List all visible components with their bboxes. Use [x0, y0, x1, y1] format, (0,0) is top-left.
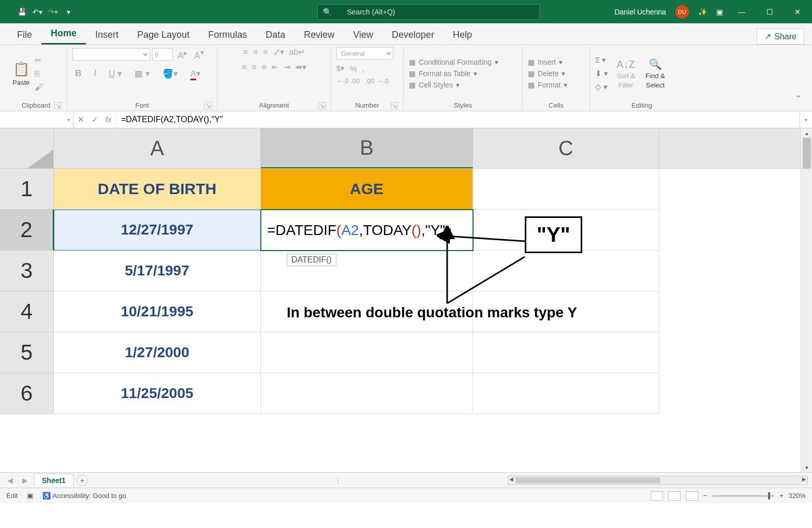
accept-formula-icon[interactable]: ✓	[92, 115, 98, 124]
tab-view[interactable]: View	[344, 25, 382, 45]
tab-formulas[interactable]: Formulas	[199, 25, 256, 45]
increase-font-icon[interactable]: A▴	[175, 47, 189, 62]
minimize-button[interactable]: —	[732, 4, 751, 20]
format-painter-icon[interactable]: 🖌	[35, 83, 43, 92]
orientation-icon[interactable]: ⤢▾	[273, 47, 284, 57]
font-launcher[interactable]: ↘	[204, 102, 212, 109]
tab-home[interactable]: Home	[41, 24, 86, 45]
horizontal-scrollbar[interactable]: ◀ ▶	[508, 476, 808, 485]
tab-split-icon[interactable]: ⋮	[334, 476, 342, 485]
font-family-select[interactable]	[72, 48, 150, 61]
cell-c5[interactable]	[473, 332, 659, 373]
search-box[interactable]: 🔍 Search (Alt+Q)	[317, 4, 540, 20]
cell-a5[interactable]: 1/27/2000	[54, 332, 261, 373]
paste-button[interactable]: 📋 Paste	[10, 59, 32, 89]
bold-button[interactable]: B	[72, 67, 84, 80]
cell-b2[interactable]: =DATEDIF(A2,TODAY(),"Y"	[261, 210, 473, 251]
zoom-out-icon[interactable]: −	[703, 492, 707, 500]
cell-c3[interactable]	[473, 251, 659, 291]
view-normal-icon[interactable]	[651, 491, 663, 501]
row-header-5[interactable]: 5	[0, 332, 54, 373]
zoom-level[interactable]: 320%	[789, 492, 806, 500]
share-button[interactable]: ↗Share	[757, 28, 804, 45]
cell-b6[interactable]	[261, 373, 473, 414]
indent-decrease-icon[interactable]: ⇤	[272, 62, 278, 72]
sort-filter-button[interactable]: A↓Z Sort &Filter	[614, 56, 637, 91]
fx-icon[interactable]: fx	[106, 115, 111, 124]
zoom-in-icon[interactable]: +	[779, 492, 784, 500]
cell-a6[interactable]: 11/25/2005	[54, 373, 261, 414]
tab-help[interactable]: Help	[444, 25, 481, 45]
cell-c1[interactable]	[473, 169, 659, 210]
cell-c6[interactable]	[473, 373, 659, 414]
decrease-decimal-icon[interactable]: .00 →.0	[365, 77, 389, 85]
save-icon[interactable]: 💾	[16, 6, 28, 18]
view-page-break-icon[interactable]	[686, 491, 698, 501]
coming-soon-icon[interactable]: ✨	[698, 8, 707, 16]
cut-icon[interactable]: ✂	[35, 55, 43, 65]
copy-icon[interactable]: ⎘	[35, 69, 43, 79]
font-color-button[interactable]: A▾	[188, 67, 203, 80]
row-header-1[interactable]: 1	[0, 169, 54, 210]
tab-page-layout[interactable]: Page Layout	[128, 25, 199, 45]
clipboard-launcher[interactable]: ↘	[54, 102, 62, 109]
row-header-6[interactable]: 6	[0, 373, 54, 414]
number-format-select[interactable]: General	[336, 47, 393, 60]
user-name[interactable]: Daniel Uchenna	[614, 8, 666, 16]
collapse-ribbon-icon[interactable]: ⌃	[795, 47, 807, 111]
clear-icon[interactable]: ◇ ▾	[595, 82, 608, 92]
percent-icon[interactable]: %	[350, 64, 357, 73]
col-header-a[interactable]: A	[54, 128, 261, 168]
expand-formula-bar-icon[interactable]: ▾	[800, 111, 812, 128]
col-header-b[interactable]: B	[261, 128, 473, 168]
macro-record-icon[interactable]: ▣	[27, 492, 33, 500]
row-header-3[interactable]: 3	[0, 251, 54, 291]
col-header-c[interactable]: C	[473, 128, 659, 168]
underline-button[interactable]: U ▾	[106, 67, 125, 80]
tab-developer[interactable]: Developer	[382, 25, 444, 45]
increase-decimal-icon[interactable]: ←.0 .00	[336, 77, 360, 85]
fill-icon[interactable]: ⬇ ▾	[595, 69, 608, 78]
scroll-thumb[interactable]	[803, 138, 811, 169]
hscroll-thumb[interactable]	[515, 477, 660, 483]
comma-icon[interactable]: ,	[362, 64, 364, 73]
cell-b5[interactable]	[261, 332, 473, 373]
formula-input[interactable]: =DATEDIF(A2,TODAY(),"Y"	[116, 111, 800, 128]
cell-a3[interactable]: 5/17/1997	[54, 251, 261, 291]
select-all-corner[interactable]	[0, 128, 54, 168]
cell-a1[interactable]: DATE OF BIRTH	[54, 169, 261, 210]
add-sheet-button[interactable]: +	[77, 475, 88, 486]
font-size-input[interactable]	[152, 48, 173, 61]
format-as-table-button[interactable]: ▦Format as Table ▾	[409, 69, 498, 78]
redo-icon[interactable]: ↷▾	[47, 6, 59, 18]
number-launcher[interactable]: ↘	[391, 102, 398, 109]
find-select-button[interactable]: 🔍 Find &Select	[643, 56, 667, 91]
currency-icon[interactable]: $▾	[336, 64, 345, 73]
merge-center-icon[interactable]: ⬌▾	[296, 62, 306, 72]
scroll-down-icon[interactable]: ▼	[801, 463, 812, 472]
user-avatar[interactable]: DU	[675, 5, 689, 19]
align-left-icon[interactable]: ≡	[242, 63, 246, 72]
tab-file[interactable]: File	[8, 25, 41, 45]
zoom-slider[interactable]	[712, 495, 774, 497]
delete-cells-button[interactable]: ▦Delete ▾	[528, 69, 567, 78]
tab-data[interactable]: Data	[256, 25, 294, 45]
sheet-nav-prev-icon[interactable]: ◀	[4, 476, 16, 485]
tab-review[interactable]: Review	[294, 25, 344, 45]
close-button[interactable]: ✕	[788, 4, 807, 20]
indent-increase-icon[interactable]: ⇥	[284, 62, 290, 72]
cell-b1[interactable]: AGE	[261, 169, 473, 210]
border-button[interactable]: ▦ ▾	[132, 67, 153, 80]
cancel-formula-icon[interactable]: ✕	[78, 115, 84, 124]
align-bottom-icon[interactable]: ≡	[263, 48, 268, 57]
alignment-launcher[interactable]: ↘	[318, 102, 326, 109]
name-box[interactable]	[0, 111, 73, 128]
vertical-scrollbar[interactable]: ▲ ▼	[801, 128, 812, 472]
undo-icon[interactable]: ↶▾	[31, 6, 43, 18]
autosum-icon[interactable]: Σ ▾	[595, 55, 608, 65]
cell-a2[interactable]: 12/27/1997	[54, 210, 261, 251]
insert-cells-button[interactable]: ▦Insert ▾	[528, 58, 567, 66]
cell-a4[interactable]: 10/21/1995	[54, 291, 261, 332]
wrap-text-icon[interactable]: ab↵	[289, 47, 305, 57]
sheet-nav-next-icon[interactable]: ▶	[19, 476, 31, 485]
